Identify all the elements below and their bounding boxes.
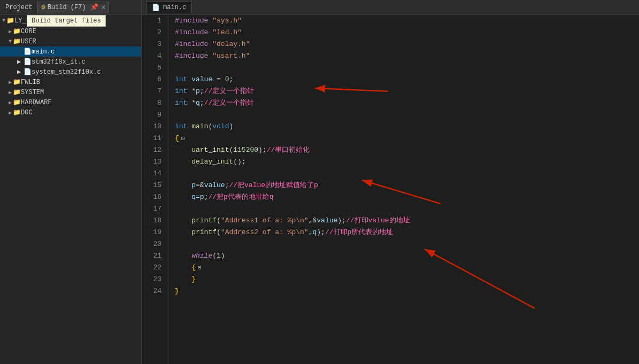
code-area: 1 2 3 4 5 6 7 8 9 10 11 12 13 14 15 16 1… (142, 15, 639, 364)
build-tooltip: Build target files (27, 15, 106, 27)
code-line-3: #include "delay.h" (175, 38, 639, 50)
sidebar-item-hardware[interactable]: ▶ 📁 HARDWARE (0, 97, 141, 107)
code-line-13: delay_init(); (175, 156, 639, 168)
project-tab-label[interactable]: Project (2, 3, 35, 12)
code-line-20 (175, 238, 639, 250)
file-icon-sys: 📄 (24, 68, 32, 76)
sidebar-item-system[interactable]: ▶ 📁 SYSTEM (0, 87, 141, 97)
code-line-16: q=p;//把p代表的地址给q (175, 191, 639, 203)
expand-hardware-icon: ▶ (9, 99, 12, 106)
fwlib-label: FWLIB (21, 79, 40, 86)
code-line-12: uart_init(115200);//串口初始化 (175, 144, 639, 156)
expand-sys-icon: ▶ (17, 68, 24, 76)
main-c-label: main.c (32, 48, 55, 56)
sidebar-header-bar: Project ⚙ Build (F7) 📌 ✕ (0, 0, 142, 14)
code-line-18: printf("Address1 of a: %p\n",&value);//打… (175, 215, 639, 227)
code-line-5 (175, 62, 639, 74)
main-layout: ▼ 📁 LY_f1_rct6_usart_printf ▶ 📁 CORE ▼ 📁… (0, 15, 639, 364)
doc-label: DOC (21, 109, 33, 117)
code-line-2: #include "led.h" (175, 27, 639, 38)
code-line-19: printf("Address2 of a: %p\n",q);//打印p所代表… (175, 227, 639, 238)
code-line-4: #include "usart.h" (175, 50, 639, 62)
folder-icon-fwlib: 📁 (13, 78, 21, 86)
project-sidebar: ▼ 📁 LY_f1_rct6_usart_printf ▶ 📁 CORE ▼ 📁… (0, 15, 142, 364)
user-label: USER (21, 38, 36, 45)
core-label: CORE (21, 28, 36, 35)
build-tab-label: Build (F7) (48, 4, 86, 11)
code-line-11: { ⊟ (175, 133, 639, 144)
code-line-14 (175, 168, 639, 180)
expand-stm-icon: ▶ (17, 58, 24, 66)
sidebar-item-doc[interactable]: ▶ 📁 DOC (0, 107, 141, 118)
expand-core-icon: ▶ (9, 28, 12, 35)
system-label: SYSTEM (21, 89, 44, 96)
sidebar-item-stm32-it[interactable]: ▶ 📄 stm32f10x_it.c (0, 57, 141, 67)
folder-icon-root: 📁 (6, 17, 14, 25)
hardware-label: HARDWARE (21, 99, 52, 106)
code-line-8: int *q;//定义一个指针 (175, 97, 639, 109)
expand-user-icon: ▼ (9, 38, 12, 44)
code-line-1: #include "sys.h" (175, 15, 639, 27)
file-tab-label: main.c (163, 4, 186, 11)
build-tab[interactable]: ⚙ Build (F7) 📌 ✕ (37, 2, 109, 13)
folder-icon-user: 📁 (13, 37, 21, 45)
sidebar-item-system-stm[interactable]: ▶ 📄 system_stm32f10x.c (0, 67, 141, 77)
code-line-10: int main(void) (175, 121, 639, 133)
sys-label: system_stm32f10x.c (32, 68, 101, 76)
sidebar-item-fwlib[interactable]: ▶ 📁 FWLIB (0, 77, 141, 87)
expand-root-icon: ▼ (2, 18, 5, 24)
pin-icon: 📌 (90, 3, 98, 11)
code-editor[interactable]: 1 2 3 4 5 6 7 8 9 10 11 12 13 14 15 16 1… (142, 15, 639, 364)
file-icon-tab: 📄 (152, 4, 160, 12)
close-build-icon[interactable]: ✕ (102, 3, 105, 11)
top-bar: Project ⚙ Build (F7) 📌 ✕ 📄 main.c Build … (0, 0, 639, 15)
code-line-15: p=&value;//把value的地址赋值给了p (175, 180, 639, 191)
code-line-7: int *p;//定义一个指针 (175, 86, 639, 97)
sidebar-item-main-c[interactable]: 📄 main.c (0, 47, 141, 57)
expand-doc-icon: ▶ (9, 110, 12, 116)
file-tab-main-c[interactable]: 📄 main.c (146, 2, 192, 13)
folder-icon-doc: 📁 (13, 109, 21, 117)
file-icon-main: 📄 (24, 48, 32, 56)
code-line-22: { ⊟ (175, 262, 639, 274)
folder-icon-system: 📁 (13, 88, 21, 96)
code-line-6: int value = 0; (175, 74, 639, 86)
file-icon-stm-it: 📄 (24, 58, 32, 66)
code-line-9 (175, 109, 639, 121)
editor-tabs: 📄 main.c (142, 2, 196, 13)
line-numbers: 1 2 3 4 5 6 7 8 9 10 11 12 13 14 15 16 1… (142, 15, 168, 364)
code-line-21: while(1) (175, 250, 639, 262)
code-content: #include "sys.h" #include "led.h" #inclu… (168, 15, 639, 364)
sidebar-item-core[interactable]: ▶ 📁 CORE (0, 26, 141, 36)
code-line-23: } (175, 274, 639, 285)
sidebar-item-user[interactable]: ▼ 📁 USER (0, 36, 141, 47)
code-line-17 (175, 203, 639, 215)
folder-icon-hardware: 📁 (13, 98, 21, 106)
expand-fwlib-icon: ▶ (9, 79, 12, 86)
stm-it-label: stm32f10x_it.c (32, 58, 86, 66)
folder-icon-core: 📁 (13, 27, 21, 35)
expand-system-icon: ▶ (9, 89, 12, 96)
code-line-24: } (175, 285, 639, 297)
build-icon: ⚙ (41, 3, 45, 11)
